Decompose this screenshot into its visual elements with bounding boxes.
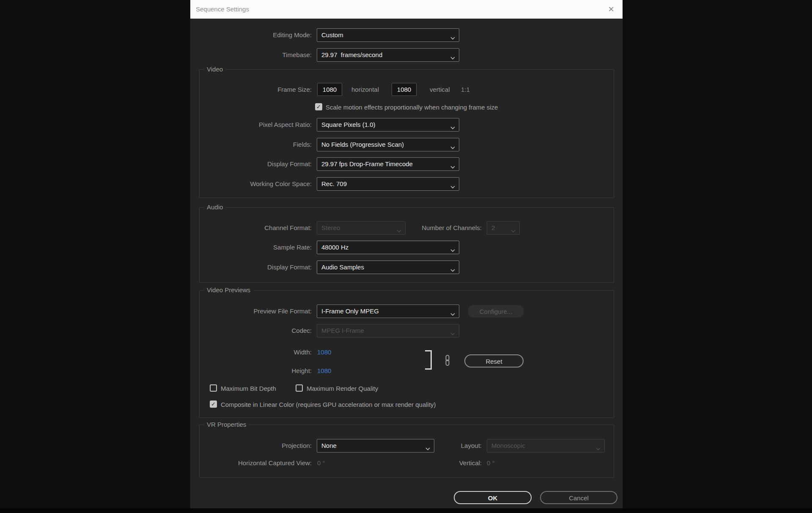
chevron-down-icon [450,183,455,190]
frame-size-horizontal-input[interactable] [317,83,342,96]
video-display-format-dropdown[interactable]: 29.97 fps Drop-Frame Timecode [317,157,459,171]
codec-label: Codec: [190,324,312,337]
chevron-down-icon [450,163,455,170]
pixel-aspect-ratio-dropdown[interactable]: Square Pixels (1.0) [317,118,459,132]
cancel-button[interactable]: Cancel [540,491,617,504]
chevron-down-icon [511,227,516,234]
working-color-space-label: Working Color Space: [190,177,312,191]
maximum-render-quality-label: Maximum Render Quality [307,385,378,392]
editing-mode-dropdown[interactable]: Custom [317,28,459,42]
ok-button[interactable]: OK [454,491,532,504]
audio-display-format-dropdown[interactable]: Audio Samples [317,261,459,274]
fields-label: Fields: [190,138,312,151]
frame-size-label: Frame Size: [190,83,312,96]
chevron-down-icon [397,227,401,234]
audio-section-legend: Audio [204,203,226,211]
height-label: Height: [190,365,312,376]
fields-dropdown[interactable]: No Fields (Progressive Scan) [317,138,459,151]
width-value[interactable]: 1080 [317,347,331,357]
chevron-down-icon [450,329,455,337]
height-value[interactable]: 1080 [317,365,331,376]
chevron-down-icon [450,310,455,318]
pixel-aspect-ratio-label: Pixel Aspect Ratio: [190,118,312,132]
frame-size-vertical-input[interactable] [392,83,417,96]
horizontal-captured-view-value: 0 ° [317,458,325,468]
screen: Sequence Settings ✕ Editing Mode: Custom… [0,0,812,513]
composite-linear-color-label: Composite in Linear Color (requires GPU … [221,401,436,408]
preview-file-format-label: Preview File Format: [190,305,312,318]
chevron-down-icon [450,246,455,254]
reset-button[interactable]: Reset [464,354,524,368]
configure-button: Configure... [468,305,524,318]
maximum-bit-depth-checkbox[interactable] [210,384,217,392]
chevron-down-icon [596,444,601,452]
preview-file-format-dropdown[interactable]: I-Frame Only MPEG [317,305,459,318]
number-of-channels-label: Number of Channels: [401,221,482,235]
layout-label: Layout: [401,439,482,453]
vertical-label-vr: Vertical: [401,458,482,468]
sample-rate-dropdown[interactable]: 48000 Hz [317,241,459,254]
audio-display-format-label: Display Format: [190,261,312,274]
width-label: Width: [190,347,312,357]
projection-label: Projection: [190,439,312,453]
titlebar: Sequence Settings ✕ [190,0,623,19]
channel-format-dropdown: Stereo [317,221,406,235]
check-icon: ✓ [315,103,322,110]
timebase-dropdown[interactable]: 29.97 frames/second [317,48,459,62]
maximum-render-quality-checkbox[interactable] [296,384,303,392]
link-icon[interactable] [444,354,451,368]
aspect-ratio-value: 1:1 [461,83,478,96]
vr-properties-legend: VR Properties [204,421,249,428]
maximum-bit-depth-label: Maximum Bit Depth [221,385,276,392]
composite-linear-color-checkbox[interactable]: ✓ [210,401,217,408]
codec-dropdown: MPEG I-Frame [317,324,459,337]
scale-motion-label: Scale motion effects proportionally when… [326,104,498,111]
chevron-down-icon [450,143,455,151]
channel-format-label: Channel Format: [190,221,312,235]
chevron-down-icon [450,123,455,131]
working-color-space-dropdown[interactable]: Rec. 709 [317,177,459,191]
scale-motion-checkbox[interactable]: ✓ [315,103,322,110]
vertical-value: 0 ° [487,458,495,468]
chevron-down-icon [450,266,455,274]
video-previews-legend: Video Previews [204,286,253,294]
editing-mode-label: Editing Mode: [190,28,312,42]
video-display-format-label: Display Format: [190,157,312,171]
chevron-down-icon [450,34,455,41]
dialog-title: Sequence Settings [196,0,249,19]
vertical-label: vertical [430,83,455,96]
check-icon: ✓ [210,401,217,408]
chevron-down-icon [450,54,455,61]
sequence-settings-dialog: Sequence Settings ✕ Editing Mode: Custom… [190,0,623,508]
link-bracket [425,350,432,370]
layout-dropdown: Monoscopic [487,439,605,453]
horizontal-captured-view-label: Horizontal Captured View: [190,458,312,468]
sample-rate-label: Sample Rate: [190,241,312,254]
video-section-legend: Video [204,66,226,73]
horizontal-label: horizontal [351,83,385,96]
timebase-label: Timebase: [190,48,312,62]
number-of-channels-dropdown: 2 [487,221,520,235]
close-icon[interactable]: ✕ [605,0,617,19]
